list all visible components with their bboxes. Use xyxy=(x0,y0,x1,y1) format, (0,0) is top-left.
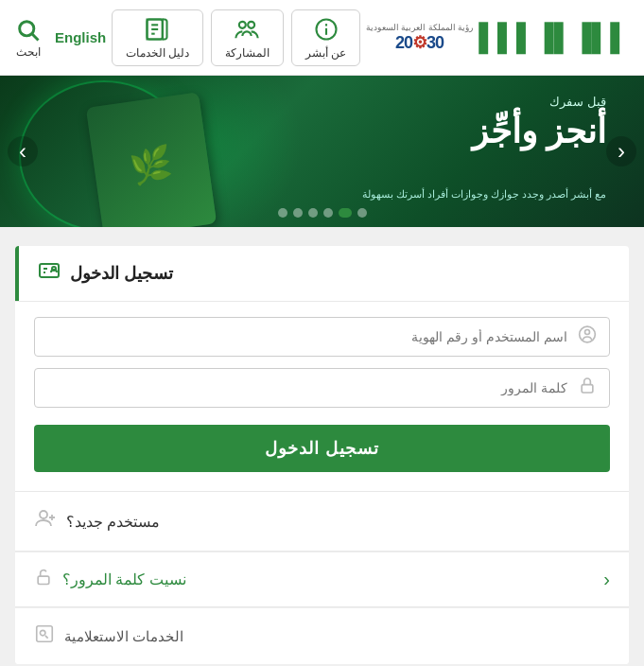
dot-4[interactable] xyxy=(323,208,333,218)
passport-card: 🌿 xyxy=(86,92,217,227)
book-icon xyxy=(144,16,170,43)
banner-prev-button[interactable]: ‹ xyxy=(8,136,38,166)
svg-point-16 xyxy=(40,511,47,518)
nav-item-services-guide[interactable]: دليل الخدمات xyxy=(112,9,203,66)
search-icon xyxy=(15,17,42,44)
login-body: تسجيل الدخول xyxy=(15,302,629,491)
add-user-icon xyxy=(34,507,57,530)
lock-icon xyxy=(578,377,597,400)
info-services-row: الخدمات الاستعلامية xyxy=(15,607,629,664)
barcode-icon: ▌▌▌▐▌▐▌▌ xyxy=(479,23,629,53)
dot-1[interactable] xyxy=(278,208,287,218)
nav-item-participation[interactable]: المشاركة xyxy=(211,9,284,66)
user-circle-icon xyxy=(578,325,597,344)
info-services-label: الخدمات الاستعلامية xyxy=(64,628,183,645)
login-title: تسجيل الدخول xyxy=(70,263,173,284)
banner-text: قبل سفرك أنجز وأجِّز xyxy=(472,95,606,150)
main-content: تسجيل الدخول xyxy=(0,227,644,666)
dot-3[interactable] xyxy=(308,208,318,218)
vision-year: 20⚙30 xyxy=(366,32,474,53)
login-header: تسجيل الدخول xyxy=(15,246,629,301)
english-language-toggle[interactable]: English xyxy=(55,29,106,45)
svg-line-22 xyxy=(45,636,48,639)
username-input[interactable] xyxy=(34,317,610,357)
banner-dots xyxy=(278,208,367,218)
svg-rect-15 xyxy=(582,385,593,393)
unlock-icon xyxy=(34,568,53,587)
banner-title: أنجز وأجِّز xyxy=(472,113,606,150)
login-button[interactable]: تسجيل الدخول xyxy=(34,425,610,472)
header-right: رؤية المملكة العربية السعودية 20⚙30 ▌▌▌▐… xyxy=(366,23,629,53)
forgot-left: نسيت كلمة المرور؟ xyxy=(34,568,186,591)
info-icon xyxy=(313,16,339,43)
banner: 🌿 ‹ قبل سفرك أنجز وأجِّز مع أبشر أصدر وج… xyxy=(0,76,644,227)
banner-subtitle: قبل سفرك xyxy=(472,95,606,109)
svg-line-1 xyxy=(32,34,38,40)
new-user-label: مستخدم جديد؟ xyxy=(66,513,160,531)
forgot-back-arrow[interactable]: ‹ xyxy=(603,569,610,590)
dot-5-active[interactable] xyxy=(339,208,352,218)
banner-description: مع أبشر أصدر وجدد جوازك وجوازات أفراد أس… xyxy=(362,188,606,201)
search-button[interactable]: ابحث xyxy=(15,17,42,59)
header-left[interactable]: ابحث English xyxy=(15,17,106,59)
banner-next-button[interactable]: › xyxy=(606,136,636,166)
header-nav: دليل الخدمات المشاركة xyxy=(112,9,361,66)
vision-subtitle: رؤية المملكة العربية السعودية xyxy=(366,23,474,32)
new-user-row: مستخدم جديد؟ xyxy=(15,492,629,551)
dot-6[interactable] xyxy=(357,208,367,218)
id-card-icon xyxy=(38,259,61,282)
nav-item-services-guide-label: دليل الخدمات xyxy=(126,46,189,60)
info-services-icon xyxy=(34,623,55,649)
forgot-password-link[interactable]: نسيت كلمة المرور؟ xyxy=(62,570,186,588)
svg-point-6 xyxy=(239,21,246,27)
search-label: ابحث xyxy=(16,45,41,59)
passport-emblem-icon: 🌿 xyxy=(128,143,175,188)
new-user-icon xyxy=(34,507,57,535)
password-wrapper xyxy=(34,368,610,408)
page-wrapper: ابحث English دليل الخدمات xyxy=(0,0,644,666)
svg-point-14 xyxy=(585,330,590,335)
login-section: تسجيل الدخول xyxy=(15,246,629,664)
svg-point-7 xyxy=(249,21,255,27)
login-header-icon xyxy=(38,259,61,288)
svg-point-21 xyxy=(40,630,45,636)
password-input[interactable] xyxy=(34,368,610,408)
people-icon xyxy=(234,16,260,43)
header: ابحث English دليل الخدمات xyxy=(0,0,644,76)
nav-item-about[interactable]: عن أبشر xyxy=(291,9,360,66)
svg-point-0 xyxy=(20,21,34,35)
lock-icon xyxy=(578,377,597,395)
user-icon xyxy=(578,325,597,349)
dot-2[interactable] xyxy=(293,208,303,218)
forgot-lock-icon xyxy=(34,568,53,591)
nav-item-about-label: عن أبشر xyxy=(305,46,346,60)
nav-item-participation-label: المشاركة xyxy=(225,46,270,60)
username-wrapper xyxy=(34,317,610,357)
search-list-icon xyxy=(34,623,55,644)
svg-rect-19 xyxy=(38,576,49,584)
forgot-password-row: ‹ نسيت كلمة المرور؟ xyxy=(15,552,629,606)
